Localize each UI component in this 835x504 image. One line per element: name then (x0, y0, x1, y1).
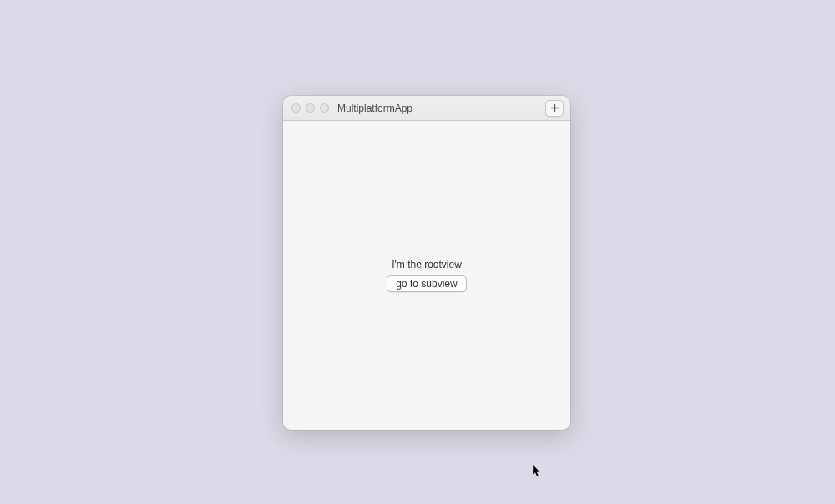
traffic-lights (291, 103, 329, 113)
maximize-window-button[interactable] (320, 103, 329, 113)
plus-icon (550, 101, 559, 116)
add-button[interactable] (545, 100, 564, 117)
close-window-button[interactable] (291, 103, 301, 113)
app-window: MultiplatformApp I'm the rootview go to … (283, 96, 570, 430)
rootview-label: I'm the rootview (392, 259, 462, 270)
window-content: I'm the rootview go to subview (283, 121, 570, 430)
window-title: MultiplatformApp (337, 103, 412, 114)
window-titlebar: MultiplatformApp (283, 96, 570, 121)
minimize-window-button[interactable] (306, 103, 315, 113)
mouse-cursor-icon (533, 465, 542, 481)
go-to-subview-button[interactable]: go to subview (387, 275, 466, 292)
